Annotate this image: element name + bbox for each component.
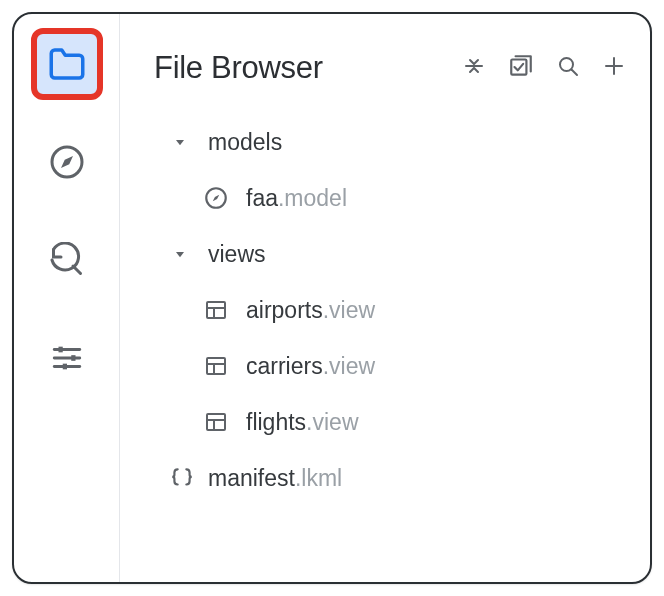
compass-icon [202,185,230,211]
svg-marker-17 [213,195,220,202]
tree-node-ext: .view [323,353,375,380]
svg-rect-22 [207,358,225,374]
tree-file[interactable]: flights.view [154,394,626,450]
table-icon [202,298,230,322]
chevron-down-icon [168,134,192,150]
sidebar-item-git[interactable] [31,224,103,296]
svg-rect-8 [62,364,66,370]
collapse-button[interactable] [462,54,486,82]
folder-icon [46,43,88,85]
compass-icon [49,144,85,180]
svg-marker-18 [176,252,184,257]
svg-marker-15 [176,140,184,145]
tree-node-ext: .lkml [295,465,342,492]
svg-rect-25 [207,414,225,430]
tree-node-label: models [208,129,282,156]
svg-line-2 [73,266,81,274]
braces-icon [168,465,196,491]
app-window: File Browser [12,12,652,584]
collapse-icon [462,54,486,82]
table-icon [202,354,230,378]
tree-node-label: manifest [208,465,295,492]
svg-rect-7 [71,355,75,361]
tree-file[interactable]: carriers.view [154,338,626,394]
tree-node-ext: .view [306,409,358,436]
tree-folder[interactable]: models [154,114,626,170]
history-search-icon [49,242,85,278]
tree-file[interactable]: manifest.lkml [154,450,626,506]
sidebar-item-settings[interactable] [31,322,103,394]
tree-folder[interactable]: views [154,226,626,282]
panel-title: File Browser [154,50,323,86]
search-icon [556,54,580,82]
sidebar-item-file-browser[interactable] [31,28,103,100]
tree-node-label: airports [246,297,323,324]
chevron-down-icon [168,246,192,262]
file-tree: models faa.model views [154,114,626,506]
tree-node-label: views [208,241,266,268]
sliders-icon [50,341,84,375]
plus-icon [602,54,626,82]
left-sidebar [14,14,120,582]
header-actions [462,53,626,83]
svg-line-12 [572,70,578,76]
table-icon [202,410,230,434]
tree-node-label: faa [246,185,278,212]
search-button[interactable] [556,54,580,82]
svg-rect-19 [207,302,225,318]
sidebar-item-object-browser[interactable] [31,126,103,198]
svg-rect-6 [58,347,62,353]
svg-marker-1 [61,156,73,168]
panel-header: File Browser [154,34,626,114]
add-button[interactable] [602,54,626,82]
tree-node-label: carriers [246,353,323,380]
checklist-icon [508,53,534,83]
tree-file[interactable]: faa.model [154,170,626,226]
tree-node-label: flights [246,409,306,436]
tree-node-ext: .model [278,185,347,212]
main-panel: File Browser [120,14,650,582]
tree-file[interactable]: airports.view [154,282,626,338]
bulk-actions-button[interactable] [508,53,534,83]
tree-node-ext: .view [323,297,375,324]
